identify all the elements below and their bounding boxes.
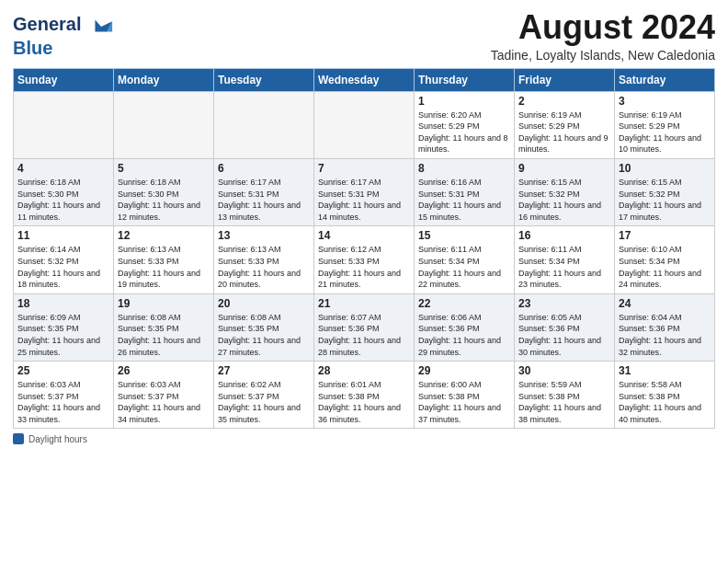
weekday-header: Friday <box>515 68 615 91</box>
day-number: 8 <box>418 162 510 175</box>
day-number: 31 <box>619 364 711 377</box>
day-info: Sunrise: 5:58 AM Sunset: 5:38 PM Dayligh… <box>619 379 711 425</box>
title-block: August 2024 Tadine, Loyalty Islands, New… <box>491 9 715 63</box>
calendar-cell: 9Sunrise: 6:15 AM Sunset: 5:32 PM Daylig… <box>515 158 615 225</box>
calendar-cell: 12Sunrise: 6:13 AM Sunset: 5:33 PM Dayli… <box>114 226 214 293</box>
main-container: General Blue August 2024 Tadine, Loyalty… <box>0 0 728 452</box>
calendar-cell: 30Sunrise: 5:59 AM Sunset: 5:38 PM Dayli… <box>515 362 615 429</box>
calendar-cell: 26Sunrise: 6:03 AM Sunset: 5:37 PM Dayli… <box>114 362 214 429</box>
day-number: 4 <box>17 162 109 175</box>
weekday-header: Monday <box>114 68 214 91</box>
calendar-week-row: 1Sunrise: 6:20 AM Sunset: 5:29 PM Daylig… <box>14 91 715 158</box>
day-info: Sunrise: 6:13 AM Sunset: 5:33 PM Dayligh… <box>118 244 210 290</box>
weekday-header: Thursday <box>415 68 515 91</box>
calendar-week-row: 4Sunrise: 6:18 AM Sunset: 5:30 PM Daylig… <box>14 158 715 225</box>
day-info: Sunrise: 6:12 AM Sunset: 5:33 PM Dayligh… <box>318 244 410 290</box>
day-number: 1 <box>418 95 510 108</box>
day-info: Sunrise: 6:19 AM Sunset: 5:29 PM Dayligh… <box>518 109 610 155</box>
day-number: 27 <box>218 364 310 377</box>
day-number: 21 <box>318 297 410 310</box>
day-info: Sunrise: 6:04 AM Sunset: 5:36 PM Dayligh… <box>619 312 711 358</box>
calendar-week-row: 11Sunrise: 6:14 AM Sunset: 5:32 PM Dayli… <box>14 226 715 293</box>
day-info: Sunrise: 6:18 AM Sunset: 5:30 PM Dayligh… <box>17 177 109 223</box>
day-number: 29 <box>418 364 510 377</box>
day-info: Sunrise: 6:13 AM Sunset: 5:33 PM Dayligh… <box>218 244 310 290</box>
day-number: 24 <box>619 297 711 310</box>
day-info: Sunrise: 6:06 AM Sunset: 5:36 PM Dayligh… <box>418 312 510 358</box>
calendar-cell: 6Sunrise: 6:17 AM Sunset: 5:31 PM Daylig… <box>214 158 314 225</box>
calendar-cell: 27Sunrise: 6:02 AM Sunset: 5:37 PM Dayli… <box>214 362 314 429</box>
day-number: 20 <box>218 297 310 310</box>
day-number: 14 <box>318 229 410 242</box>
weekday-header: Tuesday <box>214 68 314 91</box>
day-info: Sunrise: 5:59 AM Sunset: 5:38 PM Dayligh… <box>518 379 610 425</box>
day-info: Sunrise: 6:14 AM Sunset: 5:32 PM Dayligh… <box>17 244 109 290</box>
day-info: Sunrise: 6:17 AM Sunset: 5:31 PM Dayligh… <box>318 177 410 223</box>
day-number: 5 <box>118 162 210 175</box>
calendar-cell: 23Sunrise: 6:05 AM Sunset: 5:36 PM Dayli… <box>515 293 615 361</box>
day-info: Sunrise: 6:07 AM Sunset: 5:36 PM Dayligh… <box>318 312 410 358</box>
day-info: Sunrise: 6:15 AM Sunset: 5:32 PM Dayligh… <box>518 177 610 223</box>
calendar-cell: 21Sunrise: 6:07 AM Sunset: 5:36 PM Dayli… <box>314 293 415 361</box>
calendar-cell: 20Sunrise: 6:08 AM Sunset: 5:35 PM Dayli… <box>214 293 314 361</box>
footer-label: Daylight hours <box>28 434 87 444</box>
calendar-cell: 11Sunrise: 6:14 AM Sunset: 5:32 PM Dayli… <box>14 226 114 293</box>
day-info: Sunrise: 6:08 AM Sunset: 5:35 PM Dayligh… <box>118 312 210 358</box>
calendar-cell: 17Sunrise: 6:10 AM Sunset: 5:34 PM Dayli… <box>615 226 715 293</box>
day-number: 25 <box>17 364 109 377</box>
calendar-cell: 10Sunrise: 6:15 AM Sunset: 5:32 PM Dayli… <box>615 158 715 225</box>
day-number: 10 <box>619 162 711 175</box>
calendar-cell: 2Sunrise: 6:19 AM Sunset: 5:29 PM Daylig… <box>515 91 615 158</box>
day-number: 6 <box>218 162 310 175</box>
calendar-cell: 16Sunrise: 6:11 AM Sunset: 5:34 PM Dayli… <box>515 226 615 293</box>
day-number: 16 <box>518 229 610 242</box>
calendar-cell: 14Sunrise: 6:12 AM Sunset: 5:33 PM Dayli… <box>314 226 415 293</box>
day-info: Sunrise: 6:15 AM Sunset: 5:32 PM Dayligh… <box>619 177 711 223</box>
day-info: Sunrise: 6:02 AM Sunset: 5:37 PM Dayligh… <box>218 379 310 425</box>
calendar-cell <box>14 91 114 158</box>
logo: General Blue <box>13 13 114 58</box>
calendar-cell: 31Sunrise: 5:58 AM Sunset: 5:38 PM Dayli… <box>615 362 715 429</box>
day-number: 11 <box>17 229 109 242</box>
day-info: Sunrise: 6:17 AM Sunset: 5:31 PM Dayligh… <box>218 177 310 223</box>
calendar-cell: 5Sunrise: 6:18 AM Sunset: 5:30 PM Daylig… <box>114 158 214 225</box>
month-title: August 2024 <box>491 9 715 46</box>
day-info: Sunrise: 6:01 AM Sunset: 5:38 PM Dayligh… <box>318 379 410 425</box>
weekday-header: Wednesday <box>314 68 415 91</box>
day-info: Sunrise: 6:03 AM Sunset: 5:37 PM Dayligh… <box>118 379 210 425</box>
calendar-cell: 13Sunrise: 6:13 AM Sunset: 5:33 PM Dayli… <box>214 226 314 293</box>
day-info: Sunrise: 6:18 AM Sunset: 5:30 PM Dayligh… <box>118 177 210 223</box>
day-number: 28 <box>318 364 410 377</box>
calendar-cell <box>114 91 214 158</box>
calendar-cell: 22Sunrise: 6:06 AM Sunset: 5:36 PM Dayli… <box>415 293 515 361</box>
day-info: Sunrise: 6:19 AM Sunset: 5:29 PM Dayligh… <box>619 109 711 155</box>
calendar-week-row: 18Sunrise: 6:09 AM Sunset: 5:35 PM Dayli… <box>14 293 715 361</box>
subtitle: Tadine, Loyalty Islands, New Caledonia <box>491 48 715 63</box>
calendar-cell: 3Sunrise: 6:19 AM Sunset: 5:29 PM Daylig… <box>615 91 715 158</box>
day-number: 2 <box>518 95 610 108</box>
calendar-cell <box>314 91 415 158</box>
weekday-header: Sunday <box>14 68 114 91</box>
day-info: Sunrise: 6:11 AM Sunset: 5:34 PM Dayligh… <box>518 244 610 290</box>
calendar-cell: 15Sunrise: 6:11 AM Sunset: 5:34 PM Dayli… <box>415 226 515 293</box>
day-info: Sunrise: 6:20 AM Sunset: 5:29 PM Dayligh… <box>418 109 510 155</box>
calendar-cell: 24Sunrise: 6:04 AM Sunset: 5:36 PM Dayli… <box>615 293 715 361</box>
day-number: 7 <box>318 162 410 175</box>
header: General Blue August 2024 Tadine, Loyalty… <box>13 9 715 63</box>
day-info: Sunrise: 6:09 AM Sunset: 5:35 PM Dayligh… <box>17 312 109 358</box>
calendar-cell: 25Sunrise: 6:03 AM Sunset: 5:37 PM Dayli… <box>14 362 114 429</box>
calendar-week-row: 25Sunrise: 6:03 AM Sunset: 5:37 PM Dayli… <box>14 362 715 429</box>
calendar-cell: 29Sunrise: 6:00 AM Sunset: 5:38 PM Dayli… <box>415 362 515 429</box>
day-number: 22 <box>418 297 510 310</box>
day-info: Sunrise: 6:05 AM Sunset: 5:36 PM Dayligh… <box>518 312 610 358</box>
calendar-cell: 8Sunrise: 6:16 AM Sunset: 5:31 PM Daylig… <box>415 158 515 225</box>
day-info: Sunrise: 6:08 AM Sunset: 5:35 PM Dayligh… <box>218 312 310 358</box>
day-number: 13 <box>218 229 310 242</box>
day-number: 26 <box>118 364 210 377</box>
day-number: 15 <box>418 229 510 242</box>
day-info: Sunrise: 6:03 AM Sunset: 5:37 PM Dayligh… <box>17 379 109 425</box>
day-number: 23 <box>518 297 610 310</box>
calendar-cell: 19Sunrise: 6:08 AM Sunset: 5:35 PM Dayli… <box>114 293 214 361</box>
day-number: 17 <box>619 229 711 242</box>
day-info: Sunrise: 6:10 AM Sunset: 5:34 PM Dayligh… <box>619 244 711 290</box>
